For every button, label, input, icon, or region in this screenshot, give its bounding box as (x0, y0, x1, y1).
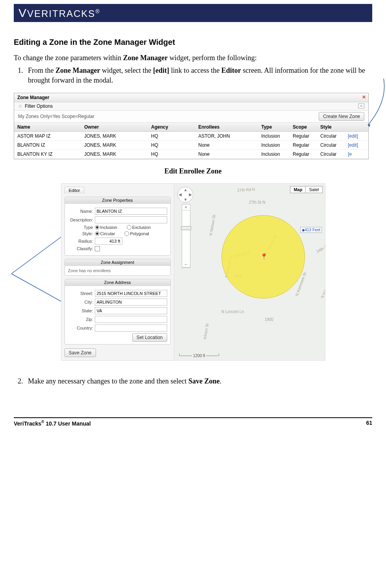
zone-name-field[interactable] (95, 208, 167, 215)
brand-text: VERITRACKS (27, 8, 95, 19)
step-2: Make any necessary changes to the zone a… (25, 376, 372, 386)
radius-field[interactable] (95, 238, 122, 245)
editor-tab[interactable]: Editor (65, 187, 85, 194)
zm-header-row: NameOwnerAgencyEnrolleesTypeScopeStyle (14, 123, 368, 132)
state-field[interactable] (95, 307, 167, 314)
step-1: From the Zone Manager widget, select the… (25, 66, 372, 85)
table-row: ASTOR MAP IZJONES, MARKHQASTOR, JOHNIncl… (14, 132, 368, 141)
section-title: Editing a Zone in the Zone Manager Widge… (14, 38, 372, 47)
star-icon: ☆ (18, 103, 22, 109)
radius-label: ◆413 Feet (300, 227, 322, 233)
zoom-slider[interactable]: +− (182, 204, 190, 268)
street-field[interactable] (95, 290, 167, 297)
editor-screenshot: Editor Zone Properties Name: Description… (14, 183, 372, 361)
close-icon[interactable]: ✕ (362, 94, 366, 100)
edit-link[interactable]: [edit] (345, 132, 368, 140)
create-new-zone-button[interactable]: Create New Zone (319, 112, 364, 121)
set-location-button[interactable]: Set Location (132, 333, 167, 342)
zone-properties-section: Zone Properties Name: Description: Type … (65, 197, 171, 256)
collapse-icon[interactable]: − (358, 103, 364, 109)
figure-caption: Edit Enrollee Zone (14, 167, 372, 175)
map-scale: └──── 1200 ft ────┘ (178, 354, 220, 358)
type-exclusion-radio[interactable]: Exclusion (127, 225, 151, 230)
zone-address-section: Zone Address Street: City: State: Zip: C… (65, 279, 171, 345)
country-field[interactable] (95, 324, 167, 332)
table-row: BLANTON IZJONES, MARKHQNoneInclusionRegu… (14, 141, 368, 150)
brand-header: VVERITRACKS® (14, 4, 372, 22)
zone-manager-screenshot: Zone Manager ✕ ☆ Filter Options − My Zon… (14, 93, 372, 159)
table-row: BLANTON KY IZJONES, MARKHQNoneInclusionR… (14, 150, 368, 159)
zone-assignment-section: Zone Assignment Zone has no enrollees (65, 259, 171, 276)
zone-desc-field[interactable] (95, 216, 167, 223)
style-polygonal-radio[interactable]: Polygonal (124, 231, 149, 236)
map-type-tabs[interactable]: MapSatel (290, 186, 322, 193)
zip-field[interactable] (95, 316, 167, 323)
page-footer: VeriTracks® 10.7 User Manual 61 (14, 417, 372, 427)
style-circular-radio[interactable]: Circular (95, 231, 115, 236)
filter-bar: My Zones Only=Yes Scope=Regular Create N… (14, 111, 368, 123)
edit-link[interactable]: [e (345, 150, 368, 159)
edit-link[interactable]: [edit] (345, 141, 368, 149)
intro-para: To change the zone parameters within Zon… (14, 53, 372, 63)
map-nav-control[interactable]: ▲▼◀▶ +− (177, 187, 195, 269)
type-inclusion-radio[interactable]: Inclusion (95, 225, 117, 230)
save-zone-button[interactable]: Save Zone (65, 348, 96, 357)
zm-title-bar: Zone Manager ✕ (14, 93, 368, 102)
map-panel[interactable]: MapSatel ▲▼◀▶ +− 27th Rd N 27th St N N N… (174, 184, 325, 360)
filter-options-row[interactable]: ☆ Filter Options − (14, 102, 368, 111)
page-number: 61 (366, 420, 372, 427)
map-pin-icon[interactable]: 📍 (260, 253, 268, 260)
classify-checkbox[interactable] (95, 246, 100, 251)
city-field[interactable] (95, 299, 167, 306)
